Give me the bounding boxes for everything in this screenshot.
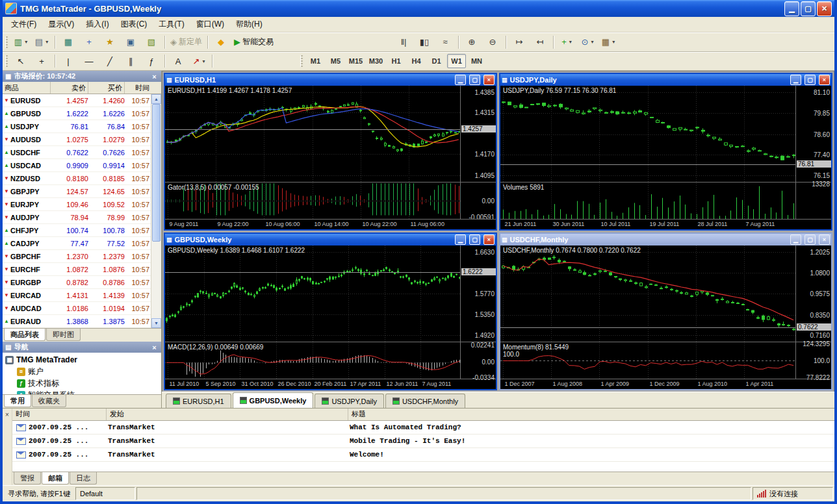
market-watch-row[interactable]: ▼AUDCAD1.01861.019410:57	[3, 302, 161, 315]
zoom-in-button[interactable]: ⊕	[462, 34, 482, 50]
auto-scroll-button[interactable]: ↦	[509, 34, 529, 50]
menu-item-4[interactable]: 工具(T)	[153, 17, 190, 32]
menu-item-0[interactable]: 文件(F)	[5, 17, 42, 32]
market-watch-row[interactable]: ▼EURCHF1.08721.087610:57	[3, 263, 161, 276]
navigator-tab-0[interactable]: 常用	[4, 395, 31, 407]
terminal-column-0[interactable]: 时间	[12, 409, 107, 420]
timeframe-m1[interactable]: M1	[306, 54, 325, 68]
market-watch-close-icon[interactable]: ×	[150, 72, 159, 81]
profiles-button[interactable]: ▤▾	[32, 34, 51, 50]
mail-row[interactable]: 2007.09.25 ...TransMarketWelcome!	[12, 448, 834, 462]
market-watch-row[interactable]: ▲GBPUSD1.62221.622610:57	[3, 107, 161, 120]
chart-window-titlebar[interactable]: ▥GBPUSD,Weekly▁▢×	[165, 234, 496, 246]
chart-close-button[interactable]: ×	[483, 234, 495, 245]
close-button[interactable]: ✕	[817, 1, 832, 16]
scroll-thumb[interactable]	[152, 104, 161, 242]
timeframe-w1[interactable]: W1	[447, 54, 466, 68]
strategy-tester-button[interactable]: ▧	[142, 34, 161, 50]
navigator-close-icon[interactable]: ×	[150, 343, 159, 351]
metaeditor-button[interactable]: ◆	[211, 34, 231, 50]
navigator-toggle-button[interactable]: ★	[100, 34, 120, 50]
new-chart-button[interactable]: ▥▾	[11, 34, 31, 50]
timeframe-h1[interactable]: H1	[387, 54, 406, 68]
bar-chart-mode-button[interactable]: ‖|	[394, 34, 413, 50]
chart-window-titlebar[interactable]: ▥USDJPY,Daily▁▢×	[500, 74, 831, 86]
trendline-button[interactable]: ╱	[100, 53, 120, 69]
market-watch-tab-1[interactable]: 即时图	[46, 329, 81, 341]
terminal-tab-2[interactable]: 日志	[70, 472, 97, 485]
navigator-root[interactable]: ▦TMG MetaTrader	[3, 354, 161, 366]
titlebar[interactable]: TMG MetaTrader - GBPUSD,Weekly ▁ ▢ ✕	[3, 0, 834, 17]
market-watch-row[interactable]: ▼EURUSD1.42571.426010:57	[3, 94, 161, 107]
market-watch-row[interactable]: ▼EURJPY109.46109.5210:57	[3, 198, 161, 211]
market-watch-row[interactable]: ▼GBPJPY124.57124.6510:57	[3, 185, 161, 198]
chart-restore-button[interactable]: ▢	[469, 234, 480, 245]
text-label-button[interactable]: A	[168, 53, 188, 69]
maximize-button[interactable]: ▢	[801, 1, 816, 16]
data-window-button[interactable]: +	[79, 34, 99, 50]
crosshair-button[interactable]: +	[32, 53, 51, 69]
column-header-0[interactable]: 商品	[3, 82, 51, 94]
column-header-3[interactable]: 时间	[125, 82, 161, 94]
chart-minimize-button[interactable]: ▁	[455, 234, 466, 245]
zoom-out-button[interactable]: ⊖	[483, 34, 502, 50]
chart-canvas[interactable]: 11 Jul 20105 Sep 201031 Oct 201026 Dec 2…	[165, 246, 496, 389]
timeframe-m30[interactable]: M30	[367, 54, 385, 68]
candlestick-mode-button[interactable]: ▮▯	[415, 34, 434, 50]
market-watch-row[interactable]: ▲USDJPY76.8176.8410:57	[3, 120, 161, 133]
chart-shift-button[interactable]: ↤	[530, 34, 550, 50]
chart-restore-button[interactable]: ▢	[805, 75, 816, 85]
minimize-button[interactable]: ▁	[784, 1, 799, 16]
market-watch-row[interactable]: ▼NZDUSD0.81800.818510:57	[3, 172, 161, 185]
terminal-tab-0[interactable]: 警报	[14, 472, 41, 485]
terminal-column-2[interactable]: 标题	[348, 409, 834, 420]
menu-item-2[interactable]: 插入(I)	[80, 17, 114, 32]
chart-minimize-button[interactable]: ▁	[790, 234, 801, 245]
market-watch-tab-0[interactable]: 商品列表	[4, 329, 45, 341]
market-watch-row[interactable]: ▲CADJPY77.4777.5210:57	[3, 237, 161, 250]
chart-close-button[interactable]: ×	[483, 75, 495, 85]
market-watch-header[interactable]: ▦ 市场报价: 10:57:42 ×	[3, 71, 161, 82]
chart-window-titlebar[interactable]: ▥USDCHF,Monthly▁▢×	[500, 234, 831, 246]
market-watch-row[interactable]: ▼EURCAD1.41311.413910:57	[3, 289, 161, 302]
market-watch-row[interactable]: ▲CHFJPY100.74100.7810:57	[3, 224, 161, 237]
line-chart-mode-button[interactable]: ≈	[435, 34, 455, 50]
market-watch-row[interactable]: ▲USDCHF0.76220.762610:57	[3, 146, 161, 159]
chart-tab-usdjpy-daily[interactable]: USDJPY,Daily	[315, 394, 384, 408]
periods-button[interactable]: ⊙▾	[578, 34, 597, 50]
chart-close-button[interactable]: ×	[819, 75, 830, 85]
market-watch-toggle-button[interactable]: ▦	[58, 34, 78, 50]
scroll-up-icon[interactable]: ▲	[151, 94, 161, 104]
timeframe-m15[interactable]: M15	[346, 54, 365, 68]
menu-item-1[interactable]: 显示(V)	[42, 17, 80, 32]
navigator-header[interactable]: ▤ 导航 ×	[3, 342, 161, 353]
chart-canvas[interactable]: 1 Dec 20071 Aug 20081 Apr 20091 Dec 2009…	[500, 246, 831, 389]
menu-item-3[interactable]: 图表(C)	[115, 17, 153, 32]
timeframe-m5[interactable]: M5	[326, 54, 345, 68]
market-watch-row[interactable]: ▲USDCAD0.99090.991410:57	[3, 159, 161, 172]
navigator-tab-1[interactable]: 收藏夹	[32, 395, 66, 407]
navigator-item-0[interactable]: ¤账户	[3, 366, 161, 377]
chart-restore-button[interactable]: ▢	[805, 234, 816, 245]
navigator-item-1[interactable]: ƒ技术指标	[3, 377, 161, 389]
chart-tab-eurusd-h1[interactable]: EURUSD,H1	[166, 394, 231, 408]
mail-row[interactable]: 2007.09.25 ...TransMarketWhat Is Automat…	[12, 421, 834, 435]
terminal-toggle-button[interactable]: ▣	[121, 34, 140, 50]
market-watch-scrollbar[interactable]: ▲▼	[151, 94, 161, 328]
terminal-close-icon[interactable]: ×	[3, 410, 12, 419]
scroll-down-icon[interactable]: ▼	[151, 318, 161, 328]
market-watch-row[interactable]: ▲EURAUD1.38681.387510:57	[3, 315, 161, 328]
column-header-2[interactable]: 买价	[88, 82, 125, 94]
arrows-tool-button[interactable]: ↗▾	[189, 53, 209, 69]
market-watch-row[interactable]: ▼EURGBP0.87820.878610:57	[3, 276, 161, 289]
timeframe-d1[interactable]: D1	[427, 54, 446, 68]
new-order-button[interactable]: ◈新定单	[168, 34, 204, 50]
mail-row[interactable]: 2007.09.25 ...TransMarketMobile Trading …	[12, 435, 834, 448]
terminal-tab-1[interactable]: 邮箱	[42, 472, 69, 485]
navigator-item-2[interactable]: ◆智能交易系统	[3, 389, 161, 394]
status-profile[interactable]: Default	[75, 487, 135, 500]
timeframe-mn[interactable]: MN	[467, 54, 486, 68]
chart-canvas[interactable]: 21 Jun 201130 Jun 201110 Jul 201119 Jul …	[500, 86, 831, 229]
chart-close-button[interactable]: ×	[819, 234, 830, 245]
timeframe-h4[interactable]: H4	[407, 54, 426, 68]
